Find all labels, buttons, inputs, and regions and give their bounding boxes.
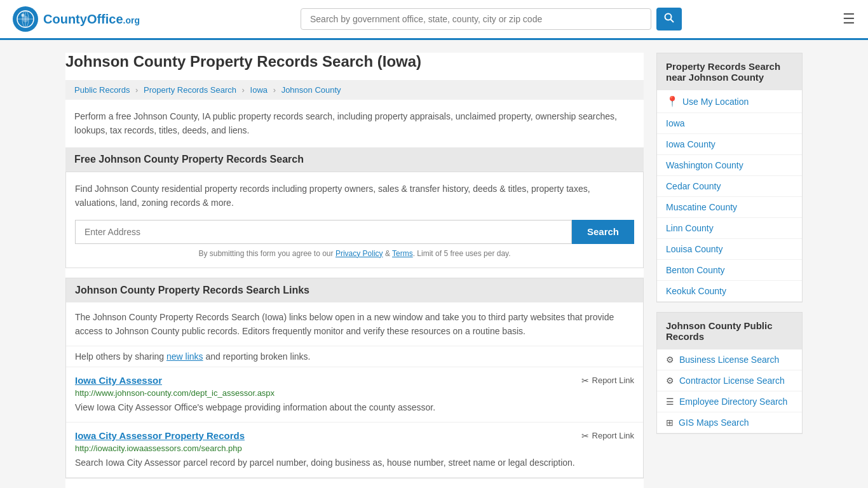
site-header: CountyOffice.org ☰ [0,0,868,40]
breadcrumb: Public Records › Property Records Search… [65,80,644,100]
keokuk-county-link[interactable]: Keokuk County [666,286,726,296]
sidebar-item-keokuk-county[interactable]: Keokuk County [657,281,802,302]
sidebar-item-muscatine-county[interactable]: Muscatine County [657,197,802,218]
free-search-section: Find Johnson County residential property… [65,172,644,268]
nearby-box: Property Records Search near Johnson Cou… [656,53,803,302]
gear-icon: ⚙ [666,355,674,365]
link-desc: Search Iowa City Assessor parcel record … [75,456,634,470]
link-url: http://www.johnson-county.com/dept_ic_as… [75,388,634,398]
public-records-box: Johnson County Public Records ⚙ Business… [656,312,803,434]
list-icon: ☰ [666,396,674,407]
gis-maps-link[interactable]: GIS Maps Search [679,417,749,428]
iowa-link[interactable]: Iowa [666,118,685,128]
link-url: http://iowacity.iowaassessors.com/search… [75,444,634,453]
business-license-link[interactable]: Business License Search [679,355,779,365]
new-links-link[interactable]: new links [166,351,203,362]
link-title-iowa-city-assessor-property-records[interactable]: Iowa City Assessor Property Records [75,430,245,441]
privacy-policy-link[interactable]: Privacy Policy [336,249,383,258]
address-search-row: Search [75,220,634,244]
logo-area: CountyOffice.org [13,6,140,32]
free-search-header: Free Johnson County Property Records Sea… [65,147,644,172]
share-text: Help others by sharing new links and rep… [66,346,643,367]
employee-directory-item[interactable]: ☰ Employee Directory Search [657,391,802,412]
header-search-button[interactable] [656,8,682,30]
business-license-item[interactable]: ⚙ Business License Search [657,349,802,370]
link-entry-header: Iowa City Assessor Property Records ✂ Re… [75,430,634,441]
link-entry-header: Iowa City Assessor ✂ Report Link [75,375,634,386]
page-title: Johnson County Property Records Search (… [65,53,644,71]
sidebar-item-benton-county[interactable]: Benton County [657,260,802,281]
gis-maps-item[interactable]: ⊞ GIS Maps Search [657,412,802,433]
breadcrumb-johnson-county[interactable]: Johnson County [281,85,341,95]
louisa-county-link[interactable]: Louisa County [666,244,723,254]
nearby-header: Property Records Search near Johnson Cou… [657,53,802,90]
location-icon: 📍 [666,95,679,107]
main-container: Johnson County Property Records Search (… [53,40,815,488]
report-icon: ✂ [581,431,589,441]
sidebar-item-louisa-county[interactable]: Louisa County [657,239,802,260]
sidebar-item-iowa[interactable]: Iowa [657,113,802,134]
hamburger-menu-button[interactable]: ☰ [843,11,855,27]
contractor-license-link[interactable]: Contractor License Search [679,376,785,386]
report-link-button[interactable]: ✂ Report Link [581,431,634,441]
link-desc: View Iowa City Assessor Office's webpage… [75,401,634,414]
linn-county-link[interactable]: Linn County [666,223,714,233]
use-location-link[interactable]: Use My Location [682,97,749,107]
links-desc: The Johnson County Property Records Sear… [66,302,643,347]
link-title-iowa-city-assessor[interactable]: Iowa City Assessor [75,375,162,386]
breadcrumb-public-records[interactable]: Public Records [74,85,130,95]
terms-text: By submitting this form you agree to our… [75,249,634,258]
sidebar-item-linn-county[interactable]: Linn County [657,218,802,239]
link-entry: Iowa City Assessor Property Records ✂ Re… [66,423,643,478]
muscatine-county-link[interactable]: Muscatine County [666,202,737,212]
header-search-area [301,8,682,30]
breadcrumb-property-records-search[interactable]: Property Records Search [144,85,236,95]
terms-link[interactable]: Terms [392,249,413,258]
sidebar: Property Records Search near Johnson Cou… [656,53,803,488]
link-entry: Iowa City Assessor ✂ Report Link http://… [66,367,643,423]
svg-point-5 [22,14,25,17]
public-records-header: Johnson County Public Records [657,313,802,349]
search-button[interactable]: Search [572,220,634,244]
top-description: Perform a free Johnson County, IA public… [65,109,644,147]
links-section: Johnson County Property Records Search L… [65,278,644,479]
use-location-item[interactable]: 📍 Use My Location [657,90,802,113]
cedar-county-link[interactable]: Cedar County [666,181,721,191]
report-icon: ✂ [581,376,589,386]
logo-text: CountyOffice.org [43,12,140,27]
employee-directory-link[interactable]: Employee Directory Search [679,396,787,407]
benton-county-link[interactable]: Benton County [666,265,725,275]
sidebar-item-cedar-county[interactable]: Cedar County [657,176,802,197]
gear-icon-2: ⚙ [666,376,674,386]
free-search-desc: Find Johnson County residential property… [75,182,634,210]
sidebar-item-washington-county[interactable]: Washington County [657,155,802,176]
sidebar-item-iowa-county[interactable]: Iowa County [657,134,802,155]
contractor-license-item[interactable]: ⚙ Contractor License Search [657,370,802,391]
main-content: Johnson County Property Records Search (… [65,53,644,488]
svg-line-7 [671,20,674,23]
iowa-county-link[interactable]: Iowa County [666,139,715,149]
map-icon: ⊞ [666,417,674,428]
washington-county-link[interactable]: Washington County [666,160,743,170]
logo-icon [13,6,38,32]
address-input[interactable] [75,220,572,244]
breadcrumb-iowa[interactable]: Iowa [250,85,268,95]
report-link-button[interactable]: ✂ Report Link [581,376,634,386]
svg-point-6 [665,14,672,20]
links-section-header: Johnson County Property Records Search L… [66,278,643,302]
header-search-input[interactable] [301,8,651,30]
